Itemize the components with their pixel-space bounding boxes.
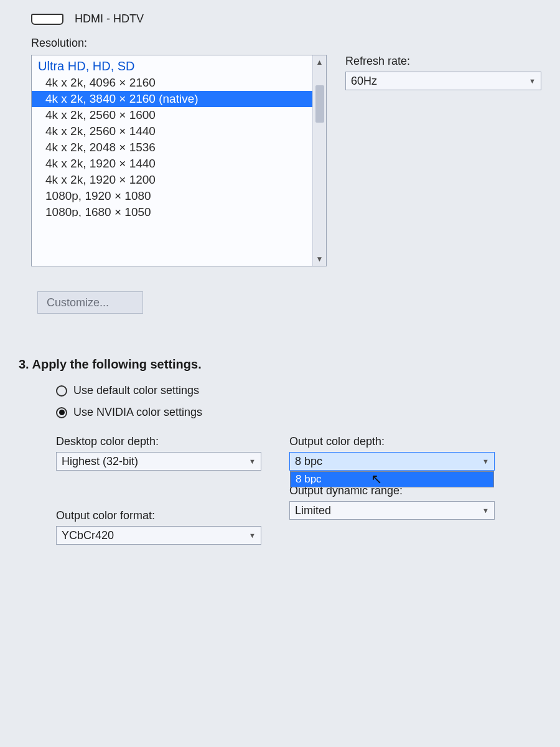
refresh-rate-value: 60Hz bbox=[351, 75, 377, 88]
output-color-depth-dropdown[interactable]: 8 bpc ▼ ↖ 8 bpc bbox=[289, 452, 495, 471]
output-color-depth-options[interactable]: 8 bpc bbox=[290, 471, 494, 487]
hdmi-icon bbox=[31, 14, 63, 25]
resolution-item[interactable]: 4k x 2k, 1920 × 1440 bbox=[32, 156, 326, 172]
output-color-format-label: Output color format: bbox=[56, 509, 261, 522]
desktop-color-depth-value: Highest (32-bit) bbox=[62, 455, 138, 468]
resolution-item[interactable]: 4k x 2k, 3840 × 2160 (native) bbox=[32, 91, 326, 107]
scrollbar-thumb[interactable] bbox=[315, 85, 324, 123]
resolution-item[interactable]: 4k x 2k, 4096 × 2160 bbox=[32, 75, 326, 91]
customize-button-label: Customize... bbox=[47, 296, 109, 309]
radio-nvidia-color[interactable]: Use NVIDIA color settings bbox=[56, 406, 541, 419]
output-color-format-value: YCbCr420 bbox=[62, 529, 114, 542]
radio-default-label: Use default color settings bbox=[73, 384, 199, 397]
scrollbar[interactable]: ▲ ▼ bbox=[312, 55, 326, 266]
refresh-rate-label: Refresh rate: bbox=[345, 55, 541, 68]
resolution-item[interactable]: 4k x 2k, 2560 × 1600 bbox=[32, 107, 326, 123]
scroll-down-arrow-icon[interactable]: ▼ bbox=[313, 252, 327, 266]
resolution-item[interactable]: 4k x 2k, 1920 × 1200 bbox=[32, 172, 326, 188]
connector-label: HDMI - HDTV bbox=[75, 12, 144, 26]
resolution-item[interactable]: 1080p, 1920 × 1080 bbox=[32, 188, 326, 204]
chevron-down-icon: ▼ bbox=[482, 458, 489, 465]
refresh-rate-dropdown[interactable]: 60Hz ▼ bbox=[345, 72, 541, 90]
desktop-color-depth-dropdown[interactable]: Highest (32-bit) ▼ bbox=[56, 452, 261, 471]
radio-icon bbox=[56, 407, 67, 418]
chevron-down-icon: ▼ bbox=[529, 77, 536, 85]
radio-nvidia-label: Use NVIDIA color settings bbox=[73, 406, 202, 419]
resolution-item[interactable]: 4k x 2k, 2048 × 1536 bbox=[32, 139, 326, 156]
resolution-listbox[interactable]: Ultra HD, HD, SD 4k x 2k, 4096 × 2160 4k… bbox=[31, 55, 327, 266]
resolution-group-header: Ultra HD, HD, SD bbox=[32, 55, 326, 75]
section-3-heading: 3. Apply the following settings. bbox=[19, 357, 541, 372]
scroll-up-arrow-icon[interactable]: ▲ bbox=[313, 55, 327, 69]
output-color-depth-label: Output color depth: bbox=[289, 435, 495, 448]
chevron-down-icon: ▼ bbox=[482, 507, 489, 514]
output-color-depth-value: 8 bpc bbox=[295, 455, 322, 468]
desktop-color-depth-label: Desktop color depth: bbox=[56, 435, 261, 448]
customize-button[interactable]: Customize... bbox=[37, 291, 143, 314]
chevron-down-icon: ▼ bbox=[249, 458, 256, 465]
resolution-label: Resolution: bbox=[31, 37, 541, 50]
output-dynamic-range-value: Limited bbox=[295, 504, 331, 517]
resolution-item[interactable]: 1080p, 1680 × 1050 bbox=[32, 204, 326, 217]
radio-icon bbox=[56, 385, 67, 397]
dropdown-option[interactable]: 8 bpc bbox=[291, 472, 493, 487]
resolution-item[interactable]: 4k x 2k, 2560 × 1440 bbox=[32, 123, 326, 139]
output-dynamic-range-dropdown[interactable]: Limited ▼ bbox=[289, 501, 495, 520]
output-color-format-dropdown[interactable]: YCbCr420 ▼ bbox=[56, 526, 261, 545]
radio-default-color[interactable]: Use default color settings bbox=[56, 384, 541, 397]
chevron-down-icon: ▼ bbox=[249, 532, 256, 539]
